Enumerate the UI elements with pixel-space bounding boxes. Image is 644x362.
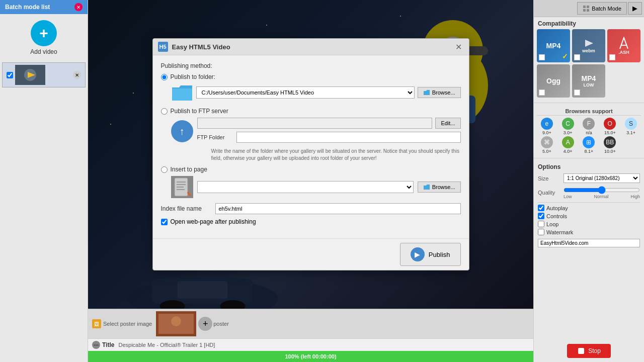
browser-ff: F n/a [579, 118, 599, 135]
browse-page-button[interactable]: Browse... [418, 182, 461, 193]
browser-opera: O 15.0+ [600, 118, 620, 135]
progress-text: 100% (left 00:00:00) [285, 353, 336, 359]
svg-rect-32 [587, 9, 589, 12]
publish-folder-radio[interactable] [161, 74, 168, 80]
open-webpage-checkbox[interactable] [161, 219, 168, 225]
poster-thumbnail [156, 311, 196, 336]
quality-labels: Low Normal High [564, 194, 640, 199]
browser-ios: ⌘ 5.0+ [537, 136, 557, 154]
sidebar-header: Batch mode list ✕ [0, 0, 88, 14]
browser-bb: BB 10.0+ [600, 136, 620, 154]
publishing-method-label: Publishing method: [161, 62, 461, 69]
autoplay-row: Autoplay [538, 205, 640, 211]
format-card-ash[interactable]: .ASH [607, 29, 640, 62]
page-icon-svg [174, 177, 191, 197]
stop-label: Stop [588, 347, 601, 354]
firefox-icon: F [583, 118, 595, 130]
win-version: 8.1+ [585, 149, 594, 154]
folder-path-select[interactable]: C:/Users/user/Documents/Easy HTML5 Video [196, 86, 415, 99]
format-card-ogg[interactable]: Ogg [537, 64, 570, 98]
loop-checkbox[interactable] [538, 221, 544, 227]
compatibility-title: Compatibility [534, 17, 644, 29]
video-item-checkbox[interactable] [7, 72, 13, 78]
mp4-checkbox-indicator [539, 54, 545, 60]
add-poster-button[interactable]: + [198, 317, 212, 331]
divider-1 [534, 103, 644, 103]
bb-version: 10.0+ [604, 149, 616, 154]
ff-version: n/a [586, 130, 592, 135]
stop-icon [577, 347, 585, 355]
browsers-title: Browsers support [537, 107, 641, 116]
ftp-radio-row: Publish to FTP server [161, 108, 461, 115]
opera-version: 15.0+ [604, 130, 616, 135]
ftp-server-input[interactable] [197, 118, 433, 129]
index-file-input[interactable] [215, 203, 461, 214]
watermark-label: Watermark [546, 229, 573, 235]
autoplay-checkbox[interactable] [538, 205, 544, 211]
insert-page-select[interactable] [197, 181, 414, 193]
video-remove-button[interactable]: ✕ [73, 71, 81, 79]
webm-checkbox-indicator [574, 54, 580, 60]
format-card-mp4[interactable]: MP4 ✓ [537, 29, 570, 62]
watermark-checkbox[interactable] [538, 229, 544, 235]
ash-icon [619, 37, 629, 50]
browser-win: ⊞ 8.1+ [579, 136, 599, 154]
size-label: Size [538, 175, 560, 182]
page-browse-icon [423, 184, 430, 190]
open-webpage-label: Open web-page after publishing [171, 218, 256, 225]
browser-grid: e 9.0+ C 3.0+ F n/a O 15.0+ S 3.1+ [537, 118, 641, 154]
stop-button[interactable]: Stop [567, 344, 611, 358]
right-panel: Batch Mode ▶ Compatibility MP4 ✓ webm .A… [533, 0, 644, 362]
video-thumbnail [15, 65, 45, 85]
add-video-button[interactable]: + Add video [0, 14, 88, 61]
browser-safari: S 3.1+ [621, 118, 641, 135]
quality-high-label: High [630, 194, 640, 199]
browse-folder-button[interactable]: Browse... [418, 87, 461, 98]
divider-3 [538, 202, 640, 203]
index-file-label: Index file name [161, 205, 211, 212]
modal-close-button[interactable]: ✕ [454, 42, 464, 52]
publish-modal: H5 Easy HTML5 Video ✕ Publishing method:… [152, 38, 469, 270]
publish-button[interactable]: ▶ Publish [400, 243, 461, 266]
title-value: Despicable Me - Official® Trailer 1 [HD] [114, 342, 215, 348]
ash-label: .ASH [618, 50, 629, 55]
batch-btn-label: Batch Mode [592, 6, 621, 12]
ftp-upload-icon: ↑ [171, 120, 193, 142]
folder-browse-icon [423, 89, 430, 96]
mp4low-checkbox-indicator [574, 89, 580, 96]
publish-insert-radio[interactable] [161, 166, 168, 173]
mp4-checkmark: ✓ [562, 52, 568, 60]
opera-icon: O [604, 118, 616, 130]
insert-section: Browse... [171, 176, 461, 198]
edit-ftp-button[interactable]: Edit... [435, 118, 460, 129]
format-card-mp4low[interactable]: MP4 LOW [572, 64, 605, 98]
ftp-folder-input[interactable] [236, 132, 461, 143]
add-video-label: Add video [30, 48, 57, 55]
expand-button[interactable]: ▶ [628, 2, 642, 15]
size-select[interactable]: 1:1 Original (1280x682) [564, 173, 640, 183]
publish-button-label: Publish [429, 251, 450, 258]
insert-page-icon [171, 176, 193, 198]
sidebar-title: Batch mode list [5, 4, 50, 11]
controls-checkbox[interactable] [538, 213, 544, 219]
quality-slider-container: Low Normal High [564, 186, 640, 199]
title-dot-icon: ••• [92, 341, 100, 349]
format-card-webm[interactable]: webm [572, 29, 605, 62]
ftp-folder-label: FTP Folder [197, 134, 232, 140]
publish-ftp-radio[interactable] [161, 108, 168, 115]
sidebar-close-button[interactable]: ✕ [74, 3, 83, 11]
progress-bar-container: 100% (left 00:00:00) [88, 351, 533, 362]
quality-slider[interactable] [564, 186, 640, 194]
add-video-icon: + [31, 20, 57, 46]
controls-label: Controls [546, 213, 567, 219]
watermark-input[interactable] [538, 239, 640, 247]
modal-header: H5 Easy HTML5 Video ✕ [153, 39, 469, 55]
title-label: Title [102, 341, 114, 348]
publish-folder-radio-row: Publish to folder: [161, 73, 461, 80]
chrome-version: 3.0+ [564, 130, 573, 135]
svg-rect-29 [583, 6, 586, 8]
mp4low-sub: LOW [584, 82, 594, 87]
browser-chrome: C 3.0+ [558, 118, 578, 135]
batch-mode-button[interactable]: Batch Mode [577, 2, 627, 15]
list-item[interactable]: ✕ [2, 62, 86, 87]
